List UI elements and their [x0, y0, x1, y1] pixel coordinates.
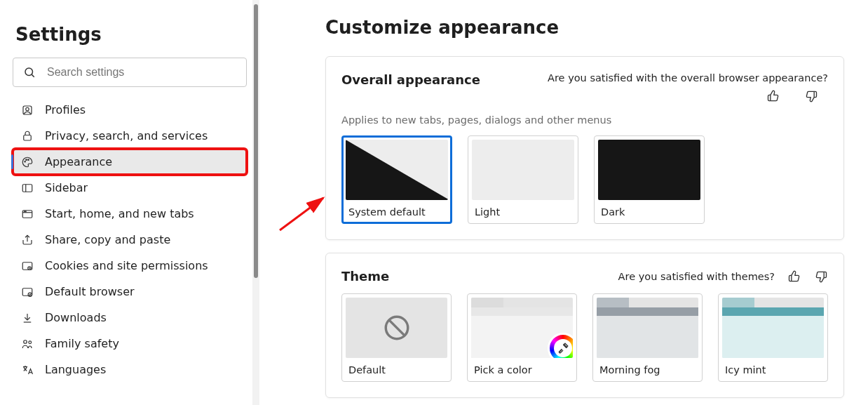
home-icon — [21, 208, 34, 220]
feedback-block: Are you satisfied with themes? — [618, 270, 828, 284]
sidebar-item-share[interactable]: Share, copy and paste — [13, 227, 247, 253]
palette-icon — [21, 156, 34, 168]
sidebar-item-privacy[interactable]: Privacy, search, and services — [13, 123, 247, 149]
sidebar-item-start-home[interactable]: Start, home, and new tabs — [13, 201, 247, 227]
sidebar-scrollbar[interactable] — [252, 0, 259, 405]
svg-point-5 — [25, 161, 26, 162]
appearance-option-light[interactable]: Light — [468, 135, 578, 224]
feedback-prompt: Are you satisfied with the overall brows… — [548, 72, 828, 84]
profile-icon — [21, 104, 34, 117]
sidebar-item-languages[interactable]: Languages — [13, 357, 247, 383]
card-header: Overall appearance Are you satisfied wit… — [341, 72, 828, 103]
preview-theme-fog — [597, 298, 698, 358]
svg-point-0 — [25, 68, 33, 76]
sidebar-item-sidebar[interactable]: Sidebar — [13, 175, 247, 201]
theme-label: Morning fog — [599, 364, 698, 376]
scrollbar-thumb[interactable] — [254, 4, 258, 278]
theme-option-default[interactable]: Default — [341, 293, 452, 382]
feedback-thumbs — [766, 89, 828, 103]
theme-label: Pick a color — [474, 364, 573, 376]
theme-options: Default Pick a color Morning fog — [341, 293, 828, 382]
theme-option-morning-fog[interactable]: Morning fog — [592, 293, 703, 382]
svg-point-3 — [26, 107, 29, 111]
browser-icon — [21, 286, 34, 298]
option-label: Light — [475, 206, 574, 218]
option-label: System default — [348, 206, 448, 218]
overall-subtext: Applies to new tabs, pages, dialogs and … — [341, 114, 828, 126]
svg-rect-8 — [22, 184, 32, 192]
feedback-prompt: Are you satisfied with themes? — [618, 271, 775, 282]
sidebar-item-family[interactable]: Family safety — [13, 331, 247, 357]
sidebar-item-profiles[interactable]: Profiles — [13, 97, 247, 123]
svg-point-22 — [29, 340, 32, 343]
sidebar-icon — [21, 182, 34, 194]
sidebar-item-label: Sidebar — [45, 181, 88, 194]
thumbs-up-icon[interactable] — [787, 270, 801, 284]
appearance-option-dark[interactable]: Dark — [594, 135, 705, 224]
theme-option-pick-color[interactable]: Pick a color — [467, 293, 577, 382]
languages-icon — [21, 364, 34, 376]
search-settings[interactable] — [13, 58, 247, 87]
lock-icon — [21, 130, 34, 142]
svg-point-13 — [25, 211, 26, 211]
preview-theme-default — [346, 298, 447, 358]
sidebar-item-label: Start, home, and new tabs — [45, 207, 194, 220]
download-icon — [21, 312, 34, 324]
theme-label: Default — [348, 364, 447, 376]
thumbs-down-icon[interactable] — [804, 89, 818, 103]
svg-line-1 — [32, 74, 34, 77]
thumbs-up-icon[interactable] — [766, 89, 780, 103]
sidebar-item-appearance[interactable]: Appearance — [13, 149, 247, 175]
sidebar-item-label: Profiles — [45, 103, 86, 117]
svg-rect-4 — [24, 135, 32, 140]
option-label: Dark — [601, 206, 700, 218]
share-icon — [21, 234, 34, 246]
sidebar-item-cookies[interactable]: Cookies and site permissions — [13, 253, 247, 279]
theme-label: Icy mint — [725, 364, 824, 376]
overall-appearance-title: Overall appearance — [341, 72, 480, 87]
svg-point-21 — [24, 340, 27, 343]
preview-theme-pick — [471, 298, 573, 358]
sidebar-item-label: Share, copy and paste — [45, 233, 170, 246]
svg-point-6 — [26, 159, 27, 160]
page-title: Customize appearance — [325, 17, 844, 38]
theme-title: Theme — [341, 269, 389, 284]
sidebar-item-label: Downloads — [45, 311, 107, 324]
disabled-icon — [382, 313, 412, 343]
search-icon — [23, 66, 36, 79]
appearance-option-system-default[interactable]: System default — [341, 135, 452, 224]
eyedropper-icon — [557, 342, 569, 354]
sidebar-item-label: Privacy, search, and services — [45, 129, 208, 142]
card-header: Theme Are you satisfied with themes? — [341, 269, 828, 284]
preview-dark — [598, 140, 700, 200]
thumbs-down-icon[interactable] — [814, 270, 828, 284]
settings-nav: Profiles Privacy, search, and services A… — [13, 97, 247, 383]
search-input[interactable] — [47, 66, 236, 79]
feedback-block: Are you satisfied with the overall brows… — [548, 72, 828, 103]
settings-sidebar: Settings Profiles Privacy, search, and s… — [0, 0, 259, 405]
sidebar-item-label: Default browser — [45, 285, 135, 298]
sidebar-item-label: Appearance — [45, 155, 112, 168]
sidebar-item-label: Cookies and site permissions — [45, 259, 208, 272]
sidebar-item-label: Languages — [45, 363, 106, 376]
cookies-icon — [21, 260, 34, 272]
preview-theme-icy — [722, 298, 824, 358]
sidebar-item-default-browser[interactable]: Default browser — [13, 279, 247, 305]
family-icon — [21, 338, 34, 350]
sidebar-item-downloads[interactable]: Downloads — [13, 305, 247, 331]
theme-card: Theme Are you satisfied with themes? Def… — [325, 253, 844, 398]
preview-light — [472, 140, 574, 200]
svg-point-12 — [24, 211, 25, 211]
theme-option-icy-mint[interactable]: Icy mint — [718, 293, 828, 382]
preview-system-default — [346, 140, 448, 200]
settings-title: Settings — [15, 24, 247, 45]
overall-appearance-card: Overall appearance Are you satisfied wit… — [325, 56, 844, 240]
svg-point-7 — [28, 159, 29, 160]
main-content: Customize appearance Overall appearance … — [259, 0, 868, 405]
svg-line-24 — [388, 320, 405, 336]
sidebar-item-label: Family safety — [45, 337, 119, 350]
appearance-options: System default Light Dark — [341, 135, 828, 224]
